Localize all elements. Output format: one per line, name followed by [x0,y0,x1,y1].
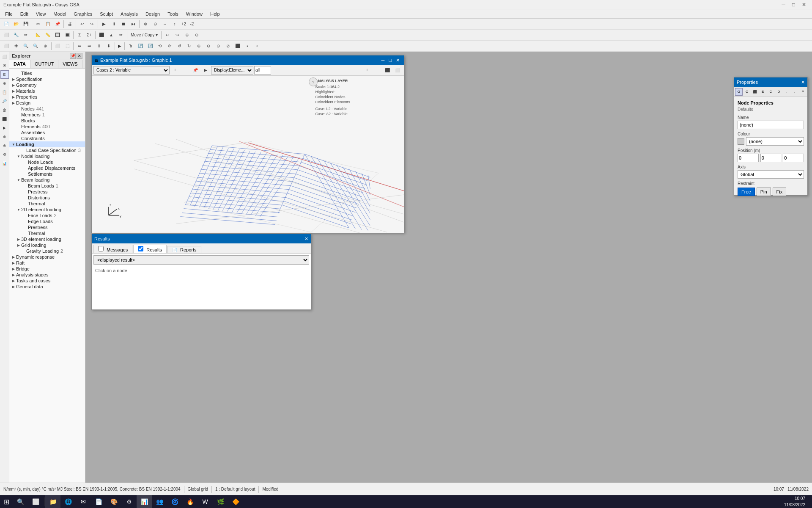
restraint-fix-btn[interactable]: Fix [773,188,787,196]
properties-colour-select[interactable]: (none) [746,137,804,146]
tb2-b13[interactable]: ↩ [163,30,172,40]
tb3-b24[interactable]: ▪ [243,41,252,51]
pw-tb-grid-btn[interactable]: G [735,88,743,96]
tree-item-analysis-stages[interactable]: ▶ Analysis stages [9,272,85,278]
tb3-b6[interactable]: ⬜ [53,41,62,51]
lt-b6[interactable]: 🔎 [0,97,9,105]
copy-btn[interactable]: 📋 [43,19,52,29]
tb1-b8[interactable]: ↕ [170,19,179,29]
tb1-b4[interactable]: ⏮ [129,19,138,29]
restraint-pin-btn[interactable]: Pin [757,188,771,196]
tree-item-node-loads[interactable]: Node Loads [9,159,85,165]
tree-item-prestress-beam[interactable]: Prestress [9,189,85,195]
tb3-b19[interactable]: ⊕ [194,41,203,51]
tree-item-members[interactable]: Members 1 [9,112,85,118]
menu-help[interactable]: Help [207,11,223,17]
lt-b7[interactable]: 🗑 [0,106,9,114]
tb2-b2[interactable]: 🔧 [11,30,21,40]
explorer-pin-btn[interactable]: 📌 [70,53,76,59]
tree-item-raft[interactable]: ▶ Raft [9,260,85,266]
taskbar-gsa[interactable]: 📊 [137,495,152,508]
gw-tb-b3[interactable]: 📌 [191,66,200,75]
tree-item-dynamic-response[interactable]: ▶ Dynamic response [9,254,85,260]
pos-x-input[interactable] [738,154,759,162]
tree-item-loading[interactable]: ▼ Loading [9,141,85,147]
lt-b1[interactable]: ⬜ [0,52,9,61]
new-btn[interactable]: 📄 [2,19,11,29]
tb3-b14[interactable]: 🔃 [145,41,155,51]
menu-graphics[interactable]: Graphics [70,11,96,17]
tb3-b12[interactable]: 🖱 [126,41,135,51]
properties-name-input[interactable]: (none) [738,121,804,129]
maximize-btn[interactable]: □ [790,2,798,8]
pw-tb-b8[interactable]: . [791,88,798,96]
taskbar-app1[interactable]: 🎨 [106,495,121,508]
pos-z-input[interactable] [783,154,804,162]
tb2-b11[interactable]: ▲ [107,30,116,40]
pw-tb-b2[interactable]: C [743,88,751,96]
tree-item-bridge[interactable]: ▶ Bridge [9,266,85,272]
tb1-b2[interactable]: ⏸ [109,19,118,29]
tb3-b11[interactable]: ⬇ [104,41,113,51]
tb2-b8[interactable]: Σ [75,30,84,40]
tree-item-grid-loading[interactable]: ▶ Grid loading [9,242,85,248]
task-view-button[interactable]: ⬜ [28,495,43,508]
menu-sculpt[interactable]: Sculpt [96,11,116,17]
menu-file[interactable]: File [2,11,16,17]
menu-analysis[interactable]: Analysis [117,11,141,17]
tb1-b6[interactable]: ⊖ [151,19,160,29]
show-desktop-btn[interactable] [809,495,812,508]
menu-view[interactable]: View [33,11,49,17]
menu-edit[interactable]: Edit [17,11,32,17]
lt-b9[interactable]: ▶ [0,124,9,132]
tb2-b12[interactable]: ✏ [116,30,126,40]
lt-b10[interactable]: ⊕ [0,133,9,141]
tb1-b7[interactable]: ↔ [160,19,170,29]
tb2-b16[interactable]: ⊙ [192,30,201,40]
tb2-b10[interactable]: ⬛ [97,30,106,40]
tb3-b20[interactable]: ⊖ [204,41,213,51]
colour-swatch[interactable] [738,138,744,145]
taskbar-app2[interactable]: ⚙ [121,495,137,508]
taskbar-word[interactable]: W [198,495,213,508]
pos-y-input[interactable] [760,154,782,162]
display-dropdown[interactable]: Display:Eleme... [211,66,253,75]
tb3-b8[interactable]: ⬅ [75,41,84,51]
tree-item-3d-element-loading[interactable]: ▶ 3D element loading [9,236,85,242]
tree-item-thermal-2d[interactable]: Thermal [9,230,85,236]
properties-axis-select[interactable]: Global [738,170,804,179]
properties-close-btn[interactable]: ✕ [801,80,805,85]
tree-item-edge-loads[interactable]: Edge Loads [9,218,85,224]
tree-item-beam-loading[interactable]: ▼ Beam loading [9,177,85,183]
start-button[interactable]: ⊞ [0,495,13,508]
lt-b5[interactable]: 📋 [0,88,9,97]
explorer-close-btn[interactable]: ✕ [77,53,82,59]
tb3-b16[interactable]: ⟳ [165,41,174,51]
tree-item-nodal-loading[interactable]: ▼ Nodal loading [9,153,85,159]
tb1-b1[interactable]: ▶ [99,19,109,29]
tree-item-general-data[interactable]: ▶ General data [9,284,85,290]
tree-item-blocks[interactable]: Blocks [9,118,85,124]
lt-b8[interactable]: ⬛ [0,115,9,123]
taskbar-teams[interactable]: 👥 [152,495,167,508]
tree-item-geometry[interactable]: ▶ Geometry [9,82,85,88]
search-button[interactable]: 🔍 [13,495,28,508]
tb3-b5[interactable]: ⊕ [41,41,50,51]
tb3-b25[interactable]: ▫ [252,41,262,51]
tree-item-specification[interactable]: ▶ Specification [9,76,85,82]
tree-item-prestress-2d[interactable]: Prestress [9,224,85,230]
redo-btn[interactable]: ↪ [87,19,96,29]
all-input[interactable] [254,66,271,75]
close-btn[interactable]: ✕ [799,2,809,8]
tb3-b7[interactable]: ⬚ [63,41,72,51]
save-btn[interactable]: 💾 [21,19,30,29]
tb3-b15[interactable]: ⟲ [155,41,165,51]
tab-data[interactable]: DATA [9,60,30,68]
tb3-b23[interactable]: ⬛ [233,41,242,51]
lt-b3[interactable]: E [0,70,9,79]
lt-b13[interactable]: 📊 [0,159,9,168]
tree-item-distortions[interactable]: Distortions [9,195,85,201]
tb2-b4[interactable]: 📐 [33,30,43,40]
gw-close[interactable]: ✕ [394,58,401,63]
tb3-b22[interactable]: ⊘ [223,41,233,51]
